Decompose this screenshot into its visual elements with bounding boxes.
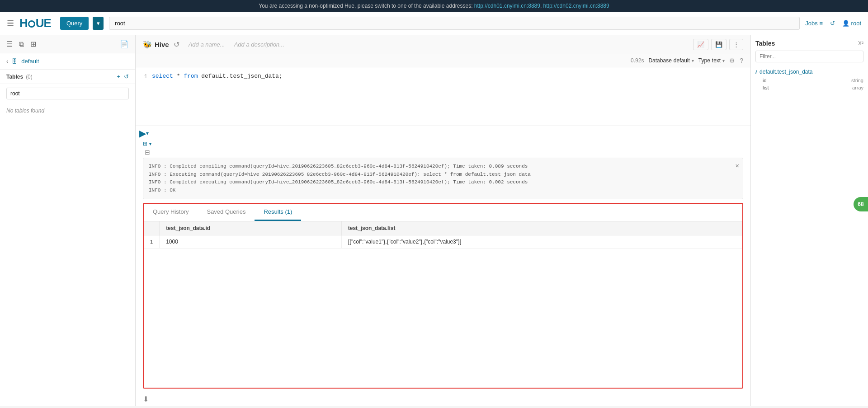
floating-badge[interactable]: 68 <box>854 197 868 211</box>
hive-bee-icon: 🐝 <box>143 40 152 49</box>
database-selector[interactable]: Database default ▾ <box>648 57 693 64</box>
bottom-controls: ⬇ <box>136 392 750 406</box>
editor-save-button[interactable]: 💾 <box>711 39 726 50</box>
row-cell-list: [{"col":"value1"},{"col":"value2"},{"col… <box>341 235 742 249</box>
chart-icon-button[interactable]: ⊞ <box>143 141 147 147</box>
editor-description-field[interactable]: Add a description... <box>234 41 689 48</box>
main-header: ☰ HUE Query ▾ Jobs ≡ ↺ 👤 root <box>0 12 868 35</box>
editor-undo-icon[interactable]: ↺ <box>174 40 179 49</box>
code-editor[interactable]: 1 select * from default.test_json_data; <box>136 67 750 126</box>
table-row: 1 1000 [{"col":"value1"},{"col":"value2"… <box>144 235 742 249</box>
tab-query-history[interactable]: Query History <box>144 204 198 221</box>
right-sidebar-table-entry: i default.test_json_data id string list … <box>755 67 863 95</box>
left-sidebar: ☰ ⧉ ⊞ 📄 ‹ 🗄 default Tables (0) + ↺ No ta… <box>0 35 136 406</box>
editor-action-buttons: 📈 💾 ⋮ <box>693 39 743 50</box>
notification-text: You are accessing a non-optimized Hue, p… <box>259 3 472 9</box>
app-logo: HUE <box>19 16 51 30</box>
right-sidebar-title: Tables <box>755 40 775 47</box>
main-content: 🐝 Hive ↺ Add a name... Add a description… <box>136 35 750 406</box>
run-play-row: ▶ ▾ <box>139 128 151 139</box>
run-section: ▶ ▾ ⊞ ▾ ⊟ <box>136 126 750 158</box>
editor-more-button[interactable]: ⋮ <box>729 39 743 50</box>
right-sidebar: Tables X² i default.test_json_data id st… <box>750 35 868 406</box>
editor-header: 🐝 Hive ↺ Add a name... Add a description… <box>136 35 750 54</box>
settings-icon[interactable]: ⚙ <box>729 57 735 64</box>
database-value: default <box>674 57 690 64</box>
row-cell-id: 1000 <box>160 235 342 249</box>
editor-name-field[interactable]: Add a name... <box>189 41 225 48</box>
table-name[interactable]: default.test_json_data <box>760 69 812 75</box>
notification-link-2[interactable]: http://cdh02.cnyimi.cn:8889 <box>543 3 609 9</box>
notification-bar: You are accessing a non-optimized Hue, p… <box>0 0 868 12</box>
sidebar-icons-row: ☰ ⧉ ⊞ 📄 <box>0 35 135 53</box>
database-label: Database <box>648 57 671 64</box>
type-label: Type <box>698 57 710 64</box>
tab-results[interactable]: Results (1) <box>255 204 301 221</box>
download-button[interactable]: ⬇ <box>143 395 149 403</box>
col-type-id: string <box>851 78 863 83</box>
header-right: Jobs ≡ ↺ 👤 root <box>805 20 861 27</box>
search-input[interactable] <box>109 17 800 30</box>
help-icon[interactable]: ? <box>740 57 743 64</box>
hamburger-icon[interactable]: ☰ <box>7 19 14 28</box>
user-menu[interactable]: 👤 root <box>842 20 861 27</box>
editor-engine-label: Hive <box>155 41 169 48</box>
right-sidebar-header: Tables X² <box>755 40 863 47</box>
sidebar-db-name[interactable]: default <box>21 58 39 65</box>
log-line-4: INFO : OK <box>149 187 737 195</box>
table-info-icon[interactable]: i <box>755 69 757 75</box>
sidebar-icon-doc[interactable]: 📄 <box>120 40 129 48</box>
sidebar-icon-layers[interactable]: ☰ <box>6 40 13 48</box>
log-close-button[interactable]: ✕ <box>736 161 739 171</box>
app-layout: ☰ ⧉ ⊞ 📄 ‹ 🗄 default Tables (0) + ↺ No ta… <box>0 35 868 406</box>
table-col-list: list array <box>763 84 863 91</box>
add-table-icon[interactable]: + <box>117 73 120 80</box>
line-number-1: 1 <box>136 72 152 81</box>
table-icon-button[interactable]: ⊟ <box>139 149 151 156</box>
chart-controls: ⊞ ▾ <box>139 141 151 147</box>
sidebar-search-input[interactable] <box>6 88 129 99</box>
x2-button[interactable]: X² <box>858 40 863 47</box>
jobs-link[interactable]: Jobs ≡ <box>805 20 823 27</box>
log-line-3: INFO : Completed executing command(query… <box>149 178 737 187</box>
back-icon[interactable]: ‹ <box>6 58 8 65</box>
code-line-1: 1 select * from default.test_json_data; <box>136 72 750 81</box>
table-header-row: test_json_data.id test_json_data.list <box>144 221 742 235</box>
sidebar-icon-grid[interactable]: ⊞ <box>30 40 36 48</box>
type-selector[interactable]: Type text ▾ <box>698 57 725 64</box>
notification-link-1[interactable]: http://cdh01.cnyimi.cn:8889 <box>474 3 540 9</box>
col-header-id: test_json_data.id <box>160 221 342 235</box>
tables-count: (0) <box>26 74 33 80</box>
col-type-list: array <box>852 85 863 90</box>
sidebar-db-header[interactable]: ‹ 🗄 default <box>0 53 135 70</box>
col-header-num <box>144 221 160 235</box>
query-button[interactable]: Query <box>60 17 89 30</box>
no-tables-message: No tables found <box>0 103 135 118</box>
editor-engine-logo: 🐝 Hive <box>143 40 169 49</box>
results-table: test_json_data.id test_json_data.list 1 … <box>144 221 742 249</box>
log-line-1: INFO : Completed compiling command(query… <box>149 163 737 171</box>
type-caret: ▾ <box>722 58 725 63</box>
sidebar-icon-copy[interactable]: ⧉ <box>19 40 24 48</box>
history-icon[interactable]: ↺ <box>830 20 835 27</box>
sidebar-db-icon2: 🗄 <box>12 58 18 65</box>
table-col-id: id string <box>763 77 863 84</box>
results-tabs: Query History Saved Queries Results (1) <box>144 204 742 221</box>
query-dropdown-arrow[interactable]: ▾ <box>93 17 104 30</box>
tables-label: Tables <box>6 74 23 80</box>
tab-saved-queries[interactable]: Saved Queries <box>198 204 255 221</box>
log-output: ✕ INFO : Completed compiling command(que… <box>143 158 743 199</box>
editor-analytics-button[interactable]: 📈 <box>693 39 708 50</box>
chart-caret-button[interactable]: ▾ <box>149 141 151 147</box>
run-dropdown[interactable]: ▾ <box>146 130 149 136</box>
col-name-list: list <box>763 85 769 90</box>
sql-keyword-from: from <box>184 73 198 80</box>
refresh-icon[interactable]: ↺ <box>124 73 129 80</box>
editor-content-wrapper: 1 select * from default.test_json_data; <box>136 67 750 406</box>
sidebar-tables-actions: + ↺ <box>117 73 129 80</box>
sidebar-tables-header: Tables (0) + ↺ <box>0 70 135 84</box>
logo-wheel <box>28 20 35 28</box>
editor-toolbar: 0.92s Database default ▾ Type text ▾ ⚙ ? <box>136 54 750 67</box>
right-sidebar-filter[interactable] <box>755 51 863 62</box>
run-button[interactable]: ▶ <box>139 128 146 139</box>
